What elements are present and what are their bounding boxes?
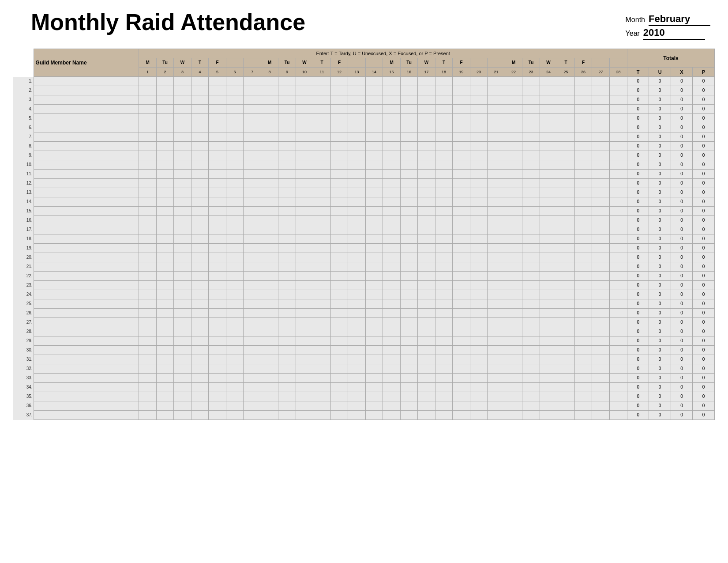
attendance-cell[interactable]	[174, 197, 191, 207]
attendance-cell[interactable]	[156, 197, 174, 207]
attendance-cell[interactable]	[296, 179, 313, 188]
member-name-cell[interactable]	[34, 253, 139, 262]
attendance-cell[interactable]	[400, 272, 418, 281]
attendance-cell[interactable]	[139, 105, 157, 114]
attendance-cell[interactable]	[244, 318, 261, 327]
member-name-cell[interactable]	[34, 281, 139, 290]
attendance-cell[interactable]	[418, 207, 435, 216]
attendance-cell[interactable]	[174, 346, 191, 355]
attendance-cell[interactable]	[330, 309, 348, 318]
attendance-cell[interactable]	[418, 105, 435, 114]
attendance-cell[interactable]	[348, 383, 366, 392]
attendance-cell[interactable]	[418, 142, 435, 151]
attendance-cell[interactable]	[365, 281, 383, 290]
attendance-cell[interactable]	[609, 160, 627, 170]
attendance-cell[interactable]	[488, 364, 505, 374]
attendance-cell[interactable]	[261, 86, 278, 95]
attendance-cell[interactable]	[365, 318, 383, 327]
attendance-cell[interactable]	[174, 318, 191, 327]
attendance-cell[interactable]	[365, 170, 383, 179]
attendance-cell[interactable]	[609, 142, 627, 151]
attendance-cell[interactable]	[418, 132, 435, 142]
attendance-cell[interactable]	[383, 346, 401, 355]
attendance-cell[interactable]	[278, 281, 296, 290]
attendance-cell[interactable]	[139, 253, 157, 262]
attendance-cell[interactable]	[191, 392, 209, 401]
attendance-cell[interactable]	[557, 244, 575, 253]
attendance-cell[interactable]	[400, 327, 418, 336]
attendance-cell[interactable]	[505, 225, 522, 234]
attendance-cell[interactable]	[365, 142, 383, 151]
attendance-cell[interactable]	[296, 216, 313, 225]
attendance-cell[interactable]	[209, 244, 226, 253]
attendance-cell[interactable]	[522, 86, 540, 95]
attendance-cell[interactable]	[156, 290, 174, 299]
attendance-cell[interactable]	[609, 336, 627, 346]
attendance-cell[interactable]	[488, 114, 505, 123]
attendance-cell[interactable]	[296, 197, 313, 207]
attendance-cell[interactable]	[191, 151, 209, 160]
attendance-cell[interactable]	[609, 327, 627, 336]
attendance-cell[interactable]	[296, 77, 313, 86]
attendance-cell[interactable]	[453, 272, 470, 281]
attendance-cell[interactable]	[418, 170, 435, 179]
attendance-cell[interactable]	[244, 299, 261, 309]
attendance-cell[interactable]	[191, 216, 209, 225]
attendance-cell[interactable]	[400, 253, 418, 262]
attendance-cell[interactable]	[244, 179, 261, 188]
attendance-cell[interactable]	[191, 179, 209, 188]
member-name-cell[interactable]	[34, 272, 139, 281]
attendance-cell[interactable]	[209, 327, 226, 336]
attendance-cell[interactable]	[365, 272, 383, 281]
attendance-cell[interactable]	[139, 86, 157, 95]
attendance-cell[interactable]	[156, 77, 174, 86]
attendance-cell[interactable]	[540, 151, 557, 160]
attendance-cell[interactable]	[365, 234, 383, 244]
attendance-cell[interactable]	[139, 244, 157, 253]
attendance-cell[interactable]	[470, 188, 488, 197]
attendance-cell[interactable]	[261, 411, 278, 420]
attendance-cell[interactable]	[226, 105, 244, 114]
attendance-cell[interactable]	[313, 216, 331, 225]
attendance-cell[interactable]	[244, 142, 261, 151]
attendance-cell[interactable]	[174, 188, 191, 197]
attendance-cell[interactable]	[313, 411, 331, 420]
attendance-cell[interactable]	[522, 114, 540, 123]
attendance-cell[interactable]	[313, 272, 331, 281]
attendance-cell[interactable]	[139, 327, 157, 336]
attendance-cell[interactable]	[557, 411, 575, 420]
attendance-cell[interactable]	[592, 188, 610, 197]
attendance-cell[interactable]	[348, 114, 366, 123]
attendance-cell[interactable]	[453, 77, 470, 86]
attendance-cell[interactable]	[365, 346, 383, 355]
attendance-cell[interactable]	[296, 244, 313, 253]
attendance-cell[interactable]	[244, 151, 261, 160]
attendance-cell[interactable]	[365, 105, 383, 114]
attendance-cell[interactable]	[313, 364, 331, 374]
attendance-cell[interactable]	[348, 355, 366, 364]
attendance-cell[interactable]	[505, 234, 522, 244]
attendance-cell[interactable]	[609, 234, 627, 244]
attendance-cell[interactable]	[296, 160, 313, 170]
attendance-cell[interactable]	[278, 151, 296, 160]
attendance-cell[interactable]	[296, 188, 313, 197]
attendance-cell[interactable]	[488, 234, 505, 244]
attendance-cell[interactable]	[139, 290, 157, 299]
attendance-cell[interactable]	[453, 95, 470, 105]
attendance-cell[interactable]	[592, 392, 610, 401]
attendance-cell[interactable]	[174, 364, 191, 374]
attendance-cell[interactable]	[296, 346, 313, 355]
attendance-cell[interactable]	[209, 299, 226, 309]
attendance-cell[interactable]	[435, 383, 453, 392]
attendance-cell[interactable]	[244, 160, 261, 170]
attendance-cell[interactable]	[313, 234, 331, 244]
attendance-cell[interactable]	[574, 401, 592, 411]
attendance-cell[interactable]	[574, 77, 592, 86]
attendance-cell[interactable]	[244, 281, 261, 290]
attendance-cell[interactable]	[592, 374, 610, 383]
attendance-cell[interactable]	[574, 374, 592, 383]
attendance-cell[interactable]	[592, 244, 610, 253]
attendance-cell[interactable]	[226, 123, 244, 132]
attendance-cell[interactable]	[470, 170, 488, 179]
attendance-cell[interactable]	[435, 197, 453, 207]
